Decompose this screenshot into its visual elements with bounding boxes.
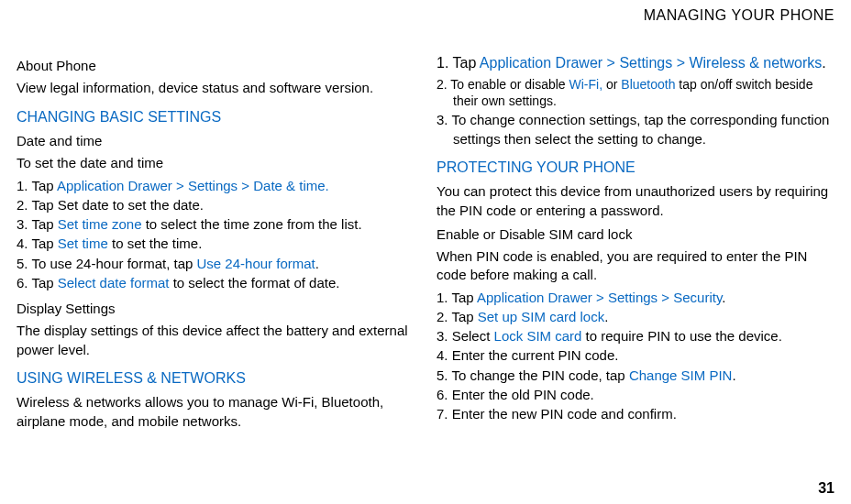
list-item: 6. Enter the old PIN code. bbox=[437, 386, 834, 404]
link-change-sim-pin: Change SIM PIN bbox=[629, 367, 733, 383]
about-phone-body: View legal information, device status an… bbox=[17, 79, 414, 97]
link-date-time-path: Application Drawer > Settings > Date & t… bbox=[57, 178, 329, 193]
step-text: . bbox=[722, 290, 725, 305]
link-security-path: Application Drawer > Settings > Security bbox=[477, 290, 722, 305]
sim-steps: 1. Tap Application Drawer > Settings > S… bbox=[437, 289, 834, 424]
page-header: MANAGING YOUR PHONE bbox=[644, 5, 834, 26]
list-item: 2. Tap Set up SIM card lock. bbox=[437, 308, 834, 326]
sim-lock-title: Enable or Disable SIM card lock bbox=[437, 225, 834, 244]
list-item: 4. Enter the current PIN code. bbox=[437, 346, 834, 365]
link-24hour-format: Use 24-hour format bbox=[197, 256, 315, 271]
date-time-title: Date and time bbox=[17, 132, 414, 150]
list-item: 7. Enter the new PIN code and confirm. bbox=[437, 405, 834, 423]
list-item: 3. Tap Set time zone to select the time … bbox=[17, 215, 414, 234]
protecting-body: You can protect this device from unautho… bbox=[437, 182, 834, 220]
step-text: . bbox=[315, 256, 319, 271]
step-text: 2. Tap bbox=[437, 309, 478, 324]
step-text: 5. To change the PIN code, tap bbox=[437, 367, 629, 383]
changing-basic-heading: CHANGING BASIC SETTINGS bbox=[17, 107, 414, 127]
step-text: 1. Tap bbox=[17, 178, 57, 193]
step-text: 1. Tap bbox=[437, 55, 480, 71]
sim-lock-body: When PIN code is enabled, you are requir… bbox=[437, 247, 834, 285]
link-select-date-format: Select date format bbox=[58, 275, 170, 290]
list-item: 5. To change the PIN code, tap Change SI… bbox=[437, 367, 834, 385]
about-phone-title: About Phone bbox=[17, 57, 414, 75]
link-bluetooth: Bluetooth bbox=[621, 77, 675, 92]
step-text: 1. Tap bbox=[437, 290, 477, 305]
page-number: 31 bbox=[818, 478, 834, 499]
list-item: 4. Tap Set time to set the time. bbox=[17, 235, 414, 253]
display-settings-title: Display Settings bbox=[17, 300, 414, 318]
list-item: 1. Tap Application Drawer > Settings > W… bbox=[437, 51, 834, 75]
left-column: About Phone View legal information, devi… bbox=[17, 51, 414, 434]
step-text: . bbox=[732, 367, 735, 383]
wireless-steps: 1. Tap Application Drawer > Settings > W… bbox=[437, 51, 834, 148]
content-columns: About Phone View legal information, devi… bbox=[0, 0, 851, 434]
step-text: or bbox=[602, 77, 621, 92]
link-lock-sim-card: Lock SIM card bbox=[494, 328, 582, 344]
link-wifi: Wi-Fi, bbox=[569, 77, 603, 92]
link-wireless-path: Application Drawer > Settings > Wireless… bbox=[480, 55, 822, 71]
link-setup-sim-lock: Set up SIM card lock bbox=[478, 309, 604, 324]
date-time-steps: 1. Tap Application Drawer > Settings > D… bbox=[17, 177, 414, 293]
step-text: to require PIN to use the device. bbox=[581, 328, 781, 344]
step-text: 2. To enable or disable bbox=[437, 77, 569, 92]
list-item: 3. Select Lock SIM card to require PIN t… bbox=[437, 327, 834, 345]
date-time-sub: To set the date and time bbox=[17, 154, 414, 172]
step-text: 3. Tap bbox=[17, 216, 58, 232]
step-text: to select the format of date. bbox=[170, 275, 340, 290]
list-item: 5. To use 24-hour format, tap Use 24-hou… bbox=[17, 255, 414, 273]
link-set-time-zone: Set time zone bbox=[58, 216, 142, 232]
step-text: to set the time. bbox=[108, 236, 203, 251]
wireless-body: Wireless & networks allows you to manage… bbox=[17, 393, 414, 431]
right-column: 1. Tap Application Drawer > Settings > W… bbox=[437, 51, 834, 434]
step-text: to select the time zone from the list. bbox=[141, 216, 361, 232]
protecting-heading: PROTECTING YOUR PHONE bbox=[437, 158, 834, 178]
link-set-time: Set time bbox=[58, 236, 108, 251]
step-text: . bbox=[822, 55, 825, 71]
step-text: 6. Tap bbox=[17, 275, 58, 290]
list-item: 1. Tap Application Drawer > Settings > S… bbox=[437, 289, 834, 307]
wireless-heading: USING WIRELESS & NETWORKS bbox=[17, 368, 414, 389]
display-settings-body: The display settings of this device affe… bbox=[17, 322, 414, 359]
list-item: 6. Tap Select date format to select the … bbox=[17, 274, 414, 292]
list-item: 2. To enable or disable Wi-Fi, or Blueto… bbox=[437, 76, 834, 111]
step-text: 5. To use 24-hour format, tap bbox=[17, 256, 197, 271]
list-item: 3. To change connection settings, tap th… bbox=[437, 111, 834, 148]
list-item: 2. Tap Set date to set the date. bbox=[17, 196, 414, 214]
step-text: 4. Tap bbox=[17, 236, 58, 251]
list-item: 1. Tap Application Drawer > Settings > D… bbox=[17, 177, 414, 195]
step-text: 3. Select bbox=[437, 328, 494, 344]
step-text: . bbox=[604, 309, 608, 324]
